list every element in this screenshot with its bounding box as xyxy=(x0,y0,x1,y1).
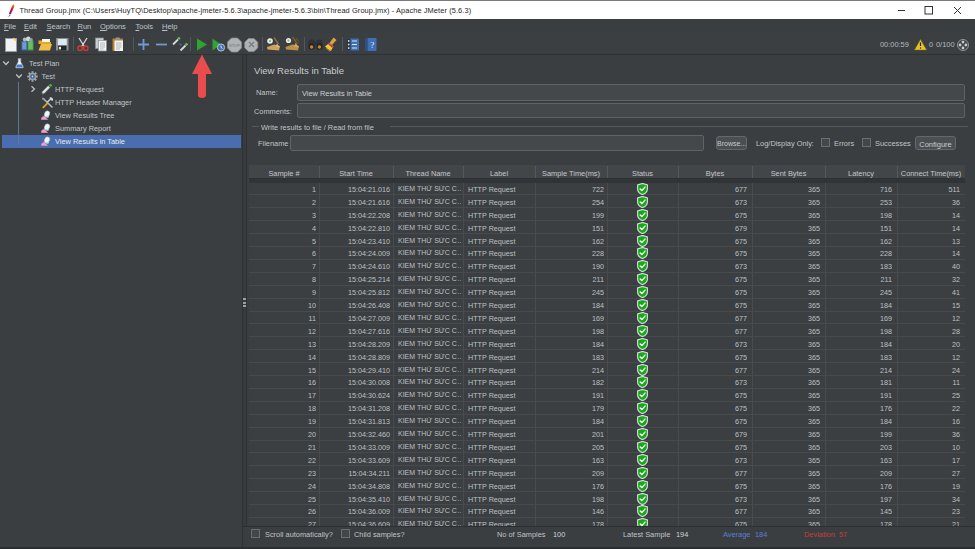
svg-text:?: ? xyxy=(370,40,374,50)
svg-text:STOP: STOP xyxy=(229,42,240,47)
